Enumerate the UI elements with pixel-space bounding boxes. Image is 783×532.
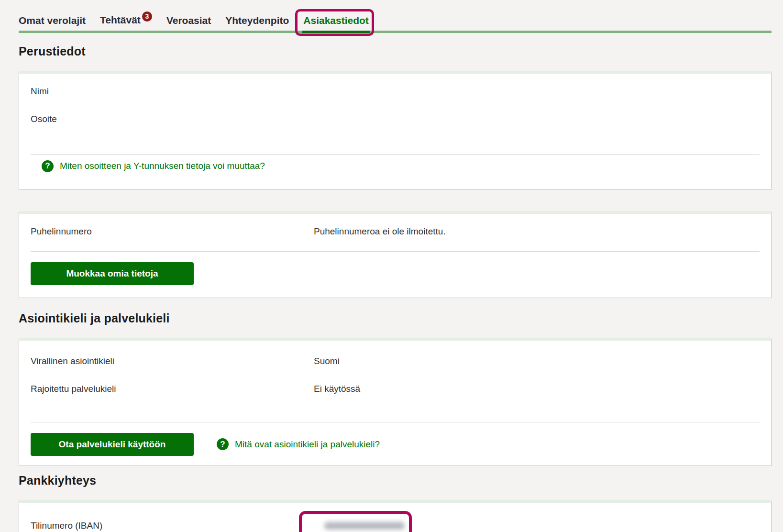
palvelukieli-value: Ei käytössä bbox=[314, 384, 360, 394]
osoite-row: Osoite bbox=[31, 105, 760, 133]
puhelinnumero-label: Puhelinnumero bbox=[31, 226, 314, 237]
palvelukieli-label: Rajoitettu palvelukieli bbox=[31, 384, 314, 394]
kielet-actions: Ota palvelukieli käyttöön ? Mitä ovat as… bbox=[31, 433, 760, 456]
asiointikieli-label: Virallinen asiointikieli bbox=[31, 356, 314, 366]
tilinumero-row: Tilinumero (IBAN) bbox=[31, 509, 760, 532]
ota-palvelukieli-button[interactable]: Ota palvelukieli käyttöön bbox=[31, 433, 194, 456]
divider bbox=[31, 251, 760, 252]
page: Omat verolajit Tehtävät3 Veroasiat Yhtey… bbox=[0, 0, 783, 532]
redacted-iban-blur bbox=[324, 522, 405, 530]
perustiedot-heading: Perustiedot bbox=[19, 44, 772, 58]
tab-asiakastiedot-label: Asiakastiedot bbox=[303, 15, 369, 26]
tehtavat-count-badge: 3 bbox=[142, 11, 152, 22]
pankkiyhteys-card: Tilinumero (IBAN) bbox=[19, 500, 772, 532]
osoite-help-link-label: Miten osoitteen ja Y-tunnuksen tietoja v… bbox=[60, 161, 265, 171]
perustiedot-help-row: ? Miten osoitteen ja Y-tunnuksen tietoja… bbox=[42, 160, 760, 172]
kielet-help-link[interactable]: ? Mitä ovat asiointikieli ja palvelukiel… bbox=[217, 438, 380, 450]
tab-omat-verolajit[interactable]: Omat verolajit bbox=[19, 15, 86, 31]
nimi-value-redacted bbox=[314, 86, 324, 97]
nimi-row: Nimi bbox=[31, 78, 760, 105]
puhelinnumero-row: Puhelinnumero Puhelinnumeroa ei ole ilmo… bbox=[31, 218, 760, 245]
nimi-label: Nimi bbox=[31, 86, 314, 97]
perustiedot-card: Nimi Osoite ? Miten osoitteen ja Y-tunnu… bbox=[19, 71, 772, 190]
kielet-heading: Asiointikieli ja palvelukieli bbox=[19, 311, 772, 325]
kielet-help-link-label: Mitä ovat asiointikieli ja palvelukieli? bbox=[235, 439, 380, 450]
palvelukieli-row: Rajoitettu palvelukieli Ei käytössä bbox=[31, 375, 760, 403]
tab-yhteydenpito[interactable]: Yhteydenpito bbox=[225, 15, 289, 31]
osoite-help-link[interactable]: ? Miten osoitteen ja Y-tunnuksen tietoja… bbox=[42, 160, 265, 172]
tab-asiakastiedot[interactable]: Asiakastiedot bbox=[303, 15, 369, 31]
divider bbox=[31, 154, 760, 155]
asiointikieli-value: Suomi bbox=[314, 356, 340, 366]
asiointikieli-row: Virallinen asiointikieli Suomi bbox=[31, 347, 760, 375]
question-mark-icon: ? bbox=[217, 438, 229, 450]
tilinumero-label: Tilinumero (IBAN) bbox=[31, 521, 314, 531]
osoite-label: Osoite bbox=[31, 114, 314, 124]
question-mark-icon: ? bbox=[42, 160, 54, 172]
tab-veroasiat[interactable]: Veroasiat bbox=[166, 15, 211, 31]
puhelinnumero-actions: Muokkaa omia tietoja bbox=[31, 262, 760, 285]
tab-tehtavat-label: Tehtävät bbox=[100, 14, 141, 25]
kielet-card: Virallinen asiointikieli Suomi Rajoitett… bbox=[19, 338, 772, 466]
muokkaa-omia-tietoja-button[interactable]: Muokkaa omia tietoja bbox=[31, 262, 194, 285]
tilinumero-value-redacted bbox=[314, 522, 405, 530]
puhelinnumero-card: Puhelinnumero Puhelinnumeroa ei ole ilmo… bbox=[19, 211, 772, 298]
puhelinnumero-value: Puhelinnumeroa ei ole ilmoitettu. bbox=[314, 226, 446, 237]
osoite-value-redacted bbox=[314, 114, 324, 124]
tab-tehtavat[interactable]: Tehtävät3 bbox=[100, 14, 152, 31]
pankkiyhteys-heading: Pankkiyhteys bbox=[19, 474, 772, 488]
divider bbox=[31, 422, 760, 422]
tab-bar: Omat verolajit Tehtävät3 Veroasiat Yhtey… bbox=[19, 0, 772, 33]
